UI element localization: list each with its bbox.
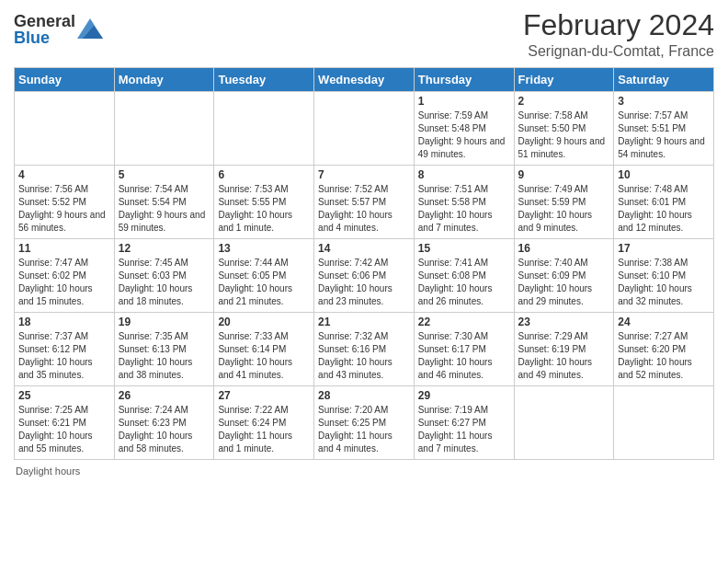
week-row-2: 4Sunrise: 7:56 AM Sunset: 5:52 PM Daylig… — [15, 166, 714, 239]
day-info: Sunrise: 7:33 AM Sunset: 6:14 PM Dayligh… — [218, 330, 310, 382]
header-sunday: Sunday — [15, 68, 115, 92]
calendar-cell — [214, 92, 314, 166]
calendar-cell — [15, 92, 115, 166]
day-info: Sunrise: 7:41 AM Sunset: 6:08 PM Dayligh… — [418, 257, 510, 308]
calendar-cell: 25Sunrise: 7:25 AM Sunset: 6:21 PM Dayli… — [15, 386, 115, 460]
day-info: Sunrise: 7:22 AM Sunset: 6:24 PM Dayligh… — [218, 404, 310, 455]
day-info: Sunrise: 7:47 AM Sunset: 6:02 PM Dayligh… — [18, 257, 110, 308]
day-info: Sunrise: 7:44 AM Sunset: 6:05 PM Dayligh… — [218, 257, 310, 308]
calendar-cell: 3Sunrise: 7:57 AM Sunset: 5:51 PM Daylig… — [614, 92, 714, 166]
calendar-cell: 22Sunrise: 7:30 AM Sunset: 6:17 PM Dayli… — [414, 313, 514, 386]
day-number: 9 — [518, 168, 610, 181]
week-row-1: 1Sunrise: 7:59 AM Sunset: 5:48 PM Daylig… — [15, 92, 714, 166]
day-number: 21 — [318, 316, 410, 328]
header-wednesday: Wednesday — [314, 68, 415, 92]
day-number: 10 — [618, 168, 710, 181]
title-block: February 2024 Serignan-du-Comtat, France — [523, 9, 714, 60]
header-thursday: Thursday — [414, 68, 514, 92]
day-info: Sunrise: 7:48 AM Sunset: 6:01 PM Dayligh… — [618, 183, 710, 235]
calendar-cell: 5Sunrise: 7:54 AM Sunset: 5:54 PM Daylig… — [114, 166, 214, 239]
day-number: 6 — [218, 168, 310, 181]
day-info: Sunrise: 7:45 AM Sunset: 6:03 PM Dayligh… — [119, 257, 210, 308]
calendar-cell: 6Sunrise: 7:53 AM Sunset: 5:55 PM Daylig… — [214, 166, 314, 239]
day-number: 24 — [618, 316, 710, 328]
day-info: Sunrise: 7:57 AM Sunset: 5:51 PM Dayligh… — [618, 109, 710, 161]
calendar-cell: 13Sunrise: 7:44 AM Sunset: 6:05 PM Dayli… — [214, 239, 314, 313]
day-number: 20 — [218, 316, 310, 328]
calendar-cell: 16Sunrise: 7:40 AM Sunset: 6:09 PM Dayli… — [514, 239, 614, 313]
day-info: Sunrise: 7:58 AM Sunset: 5:50 PM Dayligh… — [518, 109, 610, 161]
calendar-cell: 26Sunrise: 7:24 AM Sunset: 6:23 PM Dayli… — [114, 386, 214, 460]
calendar-cell: 1Sunrise: 7:59 AM Sunset: 5:48 PM Daylig… — [414, 92, 514, 166]
week-row-5: 25Sunrise: 7:25 AM Sunset: 6:21 PM Dayli… — [15, 386, 714, 460]
day-number: 17 — [618, 242, 710, 255]
subtitle: Serignan-du-Comtat, France — [523, 43, 714, 60]
day-info: Sunrise: 7:29 AM Sunset: 6:19 PM Dayligh… — [518, 330, 610, 382]
day-info: Sunrise: 7:32 AM Sunset: 6:16 PM Dayligh… — [318, 330, 410, 382]
day-info: Sunrise: 7:49 AM Sunset: 5:59 PM Dayligh… — [518, 183, 610, 235]
day-info: Sunrise: 7:53 AM Sunset: 5:55 PM Dayligh… — [218, 183, 310, 235]
calendar-cell: 15Sunrise: 7:41 AM Sunset: 6:08 PM Dayli… — [414, 239, 514, 313]
day-number: 12 — [119, 242, 210, 255]
day-info: Sunrise: 7:56 AM Sunset: 5:52 PM Dayligh… — [18, 183, 110, 235]
calendar-cell: 23Sunrise: 7:29 AM Sunset: 6:19 PM Dayli… — [514, 313, 614, 386]
calendar-cell: 14Sunrise: 7:42 AM Sunset: 6:06 PM Dayli… — [314, 239, 415, 313]
day-info: Sunrise: 7:19 AM Sunset: 6:27 PM Dayligh… — [418, 404, 510, 455]
calendar-cell: 27Sunrise: 7:22 AM Sunset: 6:24 PM Dayli… — [214, 386, 314, 460]
day-info: Sunrise: 7:52 AM Sunset: 5:57 PM Dayligh… — [318, 183, 410, 235]
week-row-3: 11Sunrise: 7:47 AM Sunset: 6:02 PM Dayli… — [15, 239, 714, 313]
day-info: Sunrise: 7:51 AM Sunset: 5:58 PM Dayligh… — [418, 183, 510, 235]
day-info: Sunrise: 7:35 AM Sunset: 6:13 PM Dayligh… — [119, 330, 210, 382]
calendar-cell — [514, 386, 614, 460]
day-info: Sunrise: 7:20 AM Sunset: 6:25 PM Dayligh… — [318, 404, 410, 455]
page: General Blue February 2024 Serignan-du-C… — [0, 0, 728, 563]
logo: General Blue — [14, 13, 103, 46]
day-info: Sunrise: 7:38 AM Sunset: 6:10 PM Dayligh… — [618, 257, 710, 308]
calendar-cell: 12Sunrise: 7:45 AM Sunset: 6:03 PM Dayli… — [114, 239, 214, 313]
day-info: Sunrise: 7:42 AM Sunset: 6:06 PM Dayligh… — [318, 257, 410, 308]
day-info: Sunrise: 7:24 AM Sunset: 6:23 PM Dayligh… — [119, 404, 210, 455]
logo-blue: Blue — [14, 29, 75, 46]
header-tuesday: Tuesday — [214, 68, 314, 92]
day-number: 14 — [318, 242, 410, 255]
day-number: 23 — [518, 316, 610, 328]
day-number: 8 — [418, 168, 510, 181]
calendar-cell: 11Sunrise: 7:47 AM Sunset: 6:02 PM Dayli… — [15, 239, 115, 313]
day-number: 4 — [18, 168, 110, 181]
day-number: 11 — [18, 242, 110, 255]
day-number: 19 — [119, 316, 210, 328]
calendar-cell: 28Sunrise: 7:20 AM Sunset: 6:25 PM Dayli… — [314, 386, 415, 460]
main-title: February 2024 — [523, 9, 714, 41]
calendar-cell: 10Sunrise: 7:48 AM Sunset: 6:01 PM Dayli… — [614, 166, 714, 239]
day-number: 26 — [119, 389, 210, 402]
day-number: 13 — [218, 242, 310, 255]
day-info: Sunrise: 7:30 AM Sunset: 6:17 PM Dayligh… — [418, 330, 510, 382]
day-info: Sunrise: 7:59 AM Sunset: 5:48 PM Dayligh… — [418, 109, 510, 161]
calendar-cell — [114, 92, 214, 166]
day-number: 15 — [418, 242, 510, 255]
days-header-row: Sunday Monday Tuesday Wednesday Thursday… — [15, 68, 714, 92]
day-number: 28 — [318, 389, 410, 402]
header-friday: Friday — [514, 68, 614, 92]
day-number: 22 — [418, 316, 510, 328]
footer-note: Daylight hours — [14, 465, 714, 477]
calendar-cell: 19Sunrise: 7:35 AM Sunset: 6:13 PM Dayli… — [114, 313, 214, 386]
day-number: 7 — [318, 168, 410, 181]
day-number: 25 — [18, 389, 110, 402]
day-info: Sunrise: 7:54 AM Sunset: 5:54 PM Dayligh… — [119, 183, 210, 235]
calendar-table: Sunday Monday Tuesday Wednesday Thursday… — [14, 67, 714, 460]
day-number: 29 — [418, 389, 510, 402]
logo-icon — [77, 18, 103, 39]
day-number: 5 — [119, 168, 210, 181]
header-saturday: Saturday — [614, 68, 714, 92]
day-number: 1 — [418, 95, 510, 108]
calendar-cell: 20Sunrise: 7:33 AM Sunset: 6:14 PM Dayli… — [214, 313, 314, 386]
day-number: 16 — [518, 242, 610, 255]
calendar-cell: 4Sunrise: 7:56 AM Sunset: 5:52 PM Daylig… — [15, 166, 115, 239]
calendar-cell — [314, 92, 415, 166]
header-monday: Monday — [114, 68, 214, 92]
calendar-cell: 29Sunrise: 7:19 AM Sunset: 6:27 PM Dayli… — [414, 386, 514, 460]
header: General Blue February 2024 Serignan-du-C… — [14, 9, 714, 60]
logo-general: General — [14, 13, 75, 29]
calendar-cell: 21Sunrise: 7:32 AM Sunset: 6:16 PM Dayli… — [314, 313, 415, 386]
